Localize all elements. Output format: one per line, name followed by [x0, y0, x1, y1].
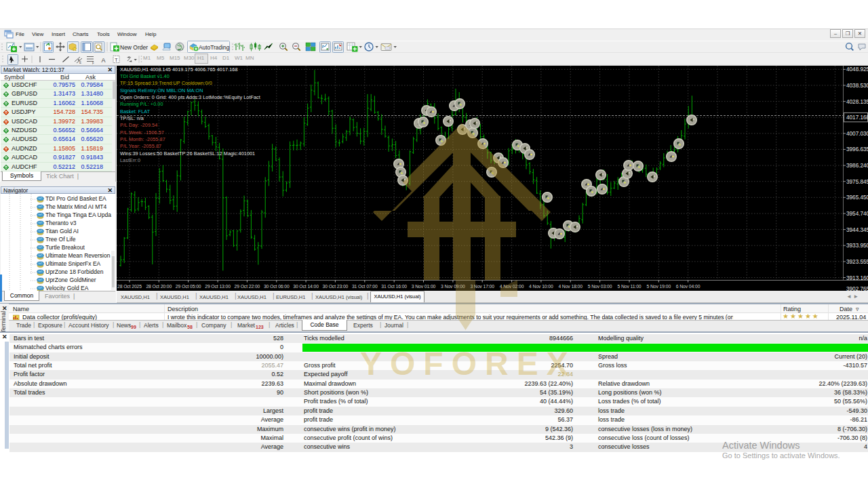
- svg-text:31 Oct 07:00: 31 Oct 07:00: [352, 284, 378, 289]
- svg-text:30 Oct 14:00: 30 Oct 14:00: [293, 284, 319, 289]
- svg-text:Signals ReEntry:ON MBL:ON M: Signals ReEntry:ON MBL:ON MA:ON: [120, 87, 203, 94]
- svg-text:28 Oct 2025: 28 Oct 2025: [117, 284, 142, 289]
- svg-text:3 Nov 01:00: 3 Nov 01:00: [412, 284, 436, 289]
- svg-text:4038.530: 4038.530: [846, 83, 868, 89]
- svg-text:Basket: FLAT: Basket: FLAT: [120, 108, 151, 115]
- svg-text:TF:15 Spread:19 Trend:UP Co: TF:15 Spread:19 Trend:UP Cooldown:0/0: [120, 80, 212, 86]
- svg-text:6 Nov 04:00: 6 Nov 04:00: [676, 284, 701, 289]
- svg-text:4017.168: 4017.168: [846, 115, 868, 121]
- svg-text:XAUUSD,H1 4008.145 4019.175 4: XAUUSD,H1 4008.145 4019.175 4006.765 401…: [120, 66, 238, 73]
- svg-text:AutoTrading: AutoTrading: [199, 44, 230, 51]
- svg-text:F: F: [92, 62, 94, 65]
- svg-text:4007.030: 4007.030: [846, 131, 868, 137]
- svg-text:5 Nov 19:00: 5 Nov 19:00: [647, 284, 671, 289]
- svg-text:3944.345: 3944.345: [846, 227, 868, 233]
- svg-text:29 Oct 05:00: 29 Oct 05:00: [176, 284, 201, 289]
- svg-text:LastErr:0: LastErr:0: [120, 157, 140, 163]
- svg-text:4 Nov 02:00: 4 Nov 02:00: [500, 284, 524, 289]
- svg-text:3913.160: 3913.160: [846, 275, 868, 281]
- svg-text:T: T: [115, 58, 118, 62]
- svg-text:A: A: [102, 57, 106, 64]
- svg-text:30 Oct 06:00: 30 Oct 06:00: [264, 284, 290, 289]
- svg-text:TDI Grid Basket v1.40: TDI Grid Basket v1.40: [120, 73, 170, 79]
- svg-text:P/L Week: -1506.57: P/L Week: -1506.57: [120, 129, 164, 136]
- svg-text:3954.740: 3954.740: [846, 211, 868, 217]
- svg-text:5 Nov 03:00: 5 Nov 03:00: [588, 284, 612, 289]
- svg-text:3902.765: 3902.765: [846, 286, 868, 291]
- svg-text:3996.635: 3996.635: [846, 146, 868, 152]
- svg-text:E: E: [79, 61, 81, 64]
- svg-text:TP/SL: n/a: TP/SL: n/a: [120, 115, 144, 121]
- svg-text:3933.950: 3933.950: [846, 243, 868, 249]
- svg-text:New Order: New Order: [120, 44, 148, 51]
- svg-text:29 Oct 13:00: 29 Oct 13:00: [205, 284, 231, 289]
- svg-text:3923.555: 3923.555: [846, 259, 868, 265]
- svg-text:28 Oct 20:00: 28 Oct 20:00: [146, 284, 172, 289]
- svg-text:3975.845: 3975.845: [846, 179, 868, 185]
- svg-text:5 Nov 11:00: 5 Nov 11:00: [617, 284, 641, 289]
- svg-text:P/L Year: -2055.87: P/L Year: -2055.87: [120, 143, 161, 149]
- svg-text:3 Nov 17:00: 3 Nov 17:00: [470, 284, 494, 289]
- svg-text:P/L Day: -209.54: P/L Day: -209.54: [120, 122, 157, 128]
- svg-text:3986.240: 3986.240: [846, 163, 868, 169]
- svg-text:4 Nov 18:00: 4 Nov 18:00: [558, 284, 583, 289]
- svg-text:4 Nov 10:00: 4 Nov 10:00: [529, 284, 553, 289]
- svg-text:P/L Month: -2055.87: P/L Month: -2055.87: [120, 136, 165, 142]
- svg-text:3 Nov 09:00: 3 Nov 09:00: [441, 284, 465, 289]
- svg-text:3965.450: 3965.450: [846, 195, 868, 201]
- svg-text:Wins:39 Losses:50 BasketTP:2: Wins:39 Losses:50 BasketTP:26 BasketSL:1…: [120, 150, 255, 157]
- svg-text:4048.925: 4048.925: [846, 66, 868, 73]
- svg-text:Running P/L: +0.00: Running P/L: +0.00: [120, 101, 163, 107]
- svg-text:29 Oct 22:00: 29 Oct 22:00: [235, 284, 260, 289]
- svg-text:4028.135: 4028.135: [846, 99, 868, 105]
- svg-text:30 Oct 23:00: 30 Oct 23:00: [323, 284, 349, 289]
- svg-text:Open Orders: 0 Grid: 400 pts: Open Orders: 0 Grid: 400 pts Adds:3 LotM…: [120, 94, 260, 100]
- svg-text:31 Oct 16:00: 31 Oct 16:00: [381, 284, 407, 289]
